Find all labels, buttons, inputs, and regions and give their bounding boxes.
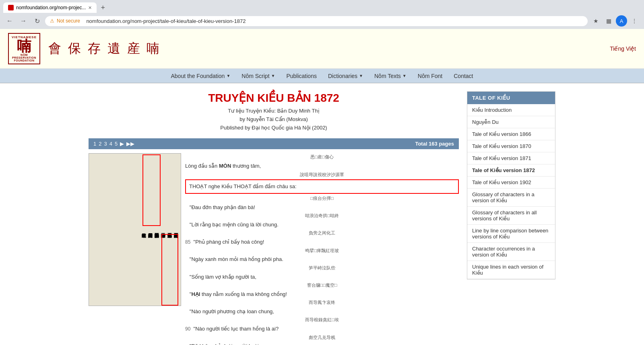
url-separator (83, 18, 84, 24)
highlighted-poem-line: THOẠT nghe Kiều THOẠT đầm đầm châu sa: (185, 179, 459, 193)
manuscript-highlight-1 (142, 154, 161, 226)
subtitle-line1: Tư liệu Truyện Kiều: Bản Duy Minh Thị (89, 107, 459, 115)
logo-bottom3: FOUNDATION (10, 59, 38, 62)
logo[interactable]: VIETNAMESE 喃 NÔM PRESERVATION FOUNDATION (8, 33, 40, 64)
pagination-bar: 1 2 3 4 5 ▶ ▶▶ Total 163 pages (89, 138, 459, 149)
pagination-links: 1 2 3 4 5 ▶ ▶▶ (93, 141, 134, 147)
sidebar-link-1871[interactable]: Tale of Kiều version 1871 (467, 152, 555, 164)
main-navigation: About the Foundation ▼ Nôm Script ▼ Publ… (0, 69, 644, 83)
poem-line-nom2: □痕台分擇□ (185, 195, 459, 203)
page-title: TRUYỆN KIỀU BẢN 1872 (89, 91, 459, 105)
nav-dictionaries[interactable]: Dictionaries ▼ (322, 70, 369, 82)
sidebar: TALE OF KIỀU Kiều Introduction Nguyễn Du… (467, 91, 555, 345)
content-wrapper: TRUYỆN KIỀU BẢN 1872 Tư liệu Truyện Kiều… (80, 83, 564, 345)
poem-line-90: 90 "Nào người tiếc lục tham hồng là ai? (185, 324, 459, 334)
close-tab-button[interactable]: ✕ (88, 5, 92, 10)
nav-about[interactable]: About the Foundation ▼ (165, 70, 236, 82)
sidebar-link-unique-lines[interactable]: Unique lines in each version of Kiều (467, 261, 555, 279)
total-pages: Total 163 pages (415, 141, 454, 147)
logo-area: VIETNAMESE 喃 NÔM PRESERVATION FOUNDATION… (8, 33, 161, 64)
sidebar-link-1866[interactable]: Tale of Kiều version 1866 (467, 128, 555, 140)
poem-line-nom3: 咭浪泊奇拱□咭終 (185, 212, 459, 220)
subtitle-line2: by Nguyễn Tài Cẩn (Moskva) (89, 115, 459, 124)
sidebar-link-1902[interactable]: Tale of Kiều version 1902 (467, 177, 555, 189)
tieng-viet-link[interactable]: Tiếng Việt (610, 45, 636, 52)
nav-contact[interactable]: Contact (448, 70, 479, 82)
poem-line-viet2: "Đau đớn thay phận đàn bà! (185, 203, 459, 212)
last-page-link[interactable]: ▶▶ (126, 141, 134, 147)
sidebar-section-title: TALE OF KIỀU (467, 92, 555, 104)
poem-line-nom9: 而导楦錄貪紅□埃 (185, 316, 459, 324)
tab-title: nomfoundation.org/nom-projec... (16, 5, 86, 10)
address-bar: ← → ↻ ⚠ Not secure nomfoundation.org/nom… (0, 13, 644, 29)
browser-actions: ★ ▦ A ⋮ (590, 15, 640, 27)
page-5-link[interactable]: 5 (115, 141, 118, 147)
page-content: VIETNAMESE 喃 NÔM PRESERVATION FOUNDATION… (0, 29, 644, 345)
sidebar-link-1870[interactable]: Tale of Kiều version 1870 (467, 140, 555, 152)
poem-line-viet8: "Nào người phương chạ loan chung, (185, 307, 459, 316)
header-chinese-text: 會 保 存 遺 産 喃 (48, 40, 161, 58)
poem-line-nom: 說咀㝵說視校汐沙源覃 (185, 171, 459, 179)
nav-nom-script[interactable]: Nôm Script ▼ (236, 70, 281, 82)
poem-line-nom6: 笋平峙泣队些 (185, 264, 459, 272)
menu-button[interactable]: ⋮ (629, 15, 640, 27)
new-tab-button[interactable]: + (98, 3, 107, 13)
tab-favicon (8, 5, 14, 10)
url-text: nomfoundation.org/nom-project/tale-of-ki… (86, 18, 246, 24)
browser-window: nomfoundation.org/nom-projec... ✕ + ← → … (0, 0, 644, 29)
nav-dictionaries-arrow: ▼ (359, 74, 363, 78)
sidebar-link-nguyen-du[interactable]: Nguyễn Du (467, 116, 555, 128)
poem-line-viet10: "Đã không kẻ doài người hoài, (185, 341, 459, 345)
security-icon: ⚠ (50, 18, 54, 24)
page-4-link[interactable]: 4 (109, 141, 112, 147)
extensions-button[interactable]: ▦ (603, 15, 614, 27)
poem-line-viet: Lòng đầu sẵn MÒN thương tâm, (185, 161, 459, 170)
poem-line-viet7: "HẠI thay nằm xuống là ma không chồng! (185, 290, 459, 299)
reload-button[interactable]: ↻ (31, 15, 43, 27)
sidebar-link-line-comparison[interactable]: Line by line comparison between versions… (467, 225, 555, 243)
poem-line-viet3: "Lời rằng bạc mệnh cũng là lời chung. (185, 220, 459, 229)
poem-line-85: 85 "Phủ phàng chỉ bấy hoá công! (185, 237, 459, 247)
poem-line-nom5: 鸣擘□瘅飄紅垤坡 (185, 247, 459, 255)
security-label: Not secure (57, 18, 80, 24)
sidebar-link-glossary-version[interactable]: Glossary of characters in a version of K… (467, 189, 555, 207)
page-3-link[interactable]: 3 (104, 141, 107, 147)
nav-publications[interactable]: Publications (281, 70, 322, 82)
page-2-link[interactable]: 2 (99, 141, 101, 147)
profile-avatar: A (616, 15, 627, 27)
nav-nom-texts[interactable]: Nôm Texts ▼ (369, 70, 412, 82)
sidebar-link-glossary-all[interactable]: Glossary of characters in all versions o… (467, 207, 555, 225)
poem-line-nom7: 窨台牖□□魔空□ (185, 281, 459, 290)
poem-line-viet5: "Ngày xanh mòn mỏi má hồng phôi pha. (185, 255, 459, 264)
main-content: TRUYỆN KIỀU BẢN 1872 Tư liệu Truyện Kiều… (89, 91, 459, 345)
nav-nom-texts-arrow: ▼ (402, 74, 407, 78)
header-right: Tiếng Việt (610, 45, 636, 52)
sidebar-box: TALE OF KIỀU Kiều Introduction Nguyễn Du… (467, 91, 555, 279)
nav-nom-script-arrow: ▼ (271, 74, 275, 78)
nav-about-arrow: ▼ (226, 74, 230, 78)
forward-button[interactable]: → (18, 15, 29, 27)
back-button[interactable]: ← (4, 15, 15, 27)
page-1-link[interactable]: 1 (93, 141, 96, 147)
url-field[interactable]: ⚠ Not secure nomfoundation.org/nom-proje… (45, 16, 588, 26)
active-tab[interactable]: nomfoundation.org/nom-projec... ✕ (3, 2, 97, 13)
manuscript-text-area: 拚夾林哈乩而袷冐痂痹惡脊齱渠兇空导夕厖之 捿夾悉这几空腲台分痼産厥夾而挥免衾炈分… (89, 153, 459, 345)
page-subtitle: Tư liệu Truyện Kiều: Bản Duy Minh Thị by… (89, 107, 459, 132)
nav-nom-font[interactable]: Nôm Font (412, 70, 448, 82)
manuscript-highlight-2 (161, 234, 178, 306)
site-header: VIETNAMESE 喃 NÔM PRESERVATION FOUNDATION… (0, 29, 644, 69)
subtitle-line3: Published by Đại học Quốc gia Hà Nội (20… (89, 124, 459, 132)
sidebar-link-kieu-intro[interactable]: Kiều Introduction (467, 104, 555, 116)
profile-button[interactable]: A (616, 15, 627, 27)
logo-bottom1: NÔM (10, 53, 38, 56)
poem-line-viet6: "Sống làm vợ khắp người ta, (185, 272, 459, 281)
tab-bar: nomfoundation.org/nom-projec... ✕ + (0, 0, 644, 13)
poem-line-nom4: 負旁之闲化工 (185, 229, 459, 237)
logo-main-char: 喃 (10, 39, 38, 53)
poem-line-nom8: 而导鳳卞哀终 (185, 299, 459, 307)
sidebar-link-char-occurrences[interactable]: Character occurrences in a version of Ki… (467, 243, 555, 261)
sidebar-link-1872[interactable]: Tale of Kiều version 1872 (467, 164, 555, 177)
poem-line: 悉□産□傷心 (185, 153, 459, 161)
next-page-link[interactable]: ▶ (120, 141, 124, 147)
bookmark-button[interactable]: ★ (590, 15, 601, 27)
